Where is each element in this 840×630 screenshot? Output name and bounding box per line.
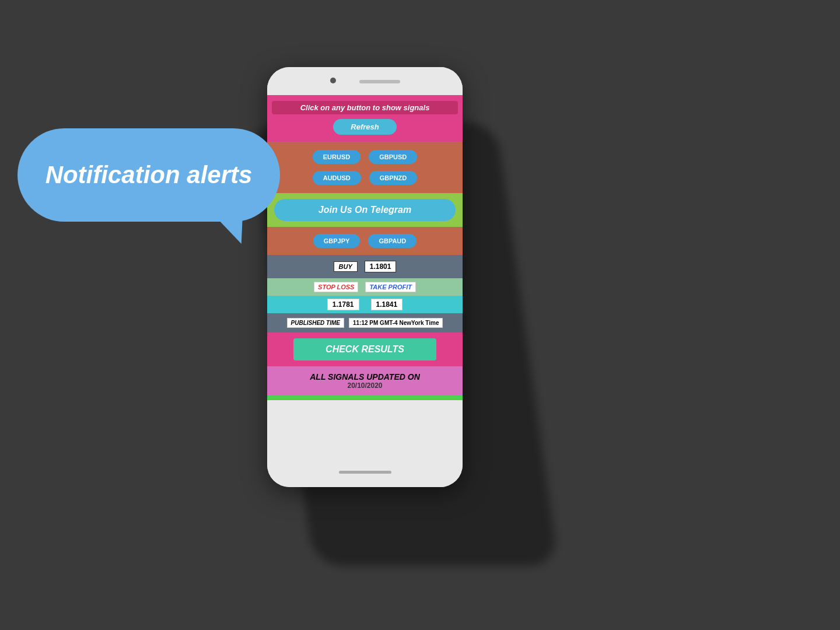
- buy-label: BUY: [334, 261, 358, 272]
- gbpnzd-button[interactable]: GBPNZD: [369, 171, 417, 185]
- stop-loss-label: STOP LOSS: [314, 282, 358, 292]
- phone-top-bar: [267, 67, 463, 95]
- tp-value: 1.1841: [371, 299, 403, 310]
- updated-section: ALL SIGNALS UPDATED ON 20/10/2020: [267, 366, 463, 396]
- phone-bottom-bar: [267, 457, 463, 487]
- take-profit-label: TAKE PROFIT: [365, 282, 416, 292]
- phone-frame: Click on any button to show signals Refr…: [267, 67, 463, 487]
- telegram-section: Join Us On Telegram: [267, 193, 463, 227]
- header-section: Click on any button to show signals Refr…: [267, 95, 463, 142]
- currency-pairs-bottom-section: GBPJPY GBPAUD: [267, 227, 463, 255]
- gbpaud-button[interactable]: GBPAUD: [368, 234, 416, 248]
- check-results-section: CHECK RESULTS: [267, 332, 463, 366]
- updated-title: ALL SIGNALS UPDATED ON: [310, 372, 420, 382]
- notification-bubble: Notification alerts: [18, 128, 280, 222]
- published-label: PUBLISHED TIME: [287, 318, 344, 328]
- instruction-text: Click on any button to show signals: [272, 101, 458, 114]
- published-section: PUBLISHED TIME 11:12 PM GMT-4 NewYork Ti…: [267, 313, 463, 332]
- currency-pairs-top-section: EURUSD GBPUSD AUDUSD GBPNZD: [267, 142, 463, 193]
- buy-value: 1.1801: [365, 261, 397, 272]
- pairs-row-1: EURUSD GBPUSD: [313, 150, 418, 164]
- updated-date: 20/10/2020: [347, 382, 382, 390]
- refresh-button[interactable]: Refresh: [333, 119, 396, 135]
- buy-signal-row: BUY 1.1801: [275, 261, 454, 272]
- sl-tp-section: STOP LOSS TAKE PROFIT: [267, 278, 463, 296]
- gbpusd-button[interactable]: GBPUSD: [369, 150, 417, 164]
- sl-value: 1.1781: [327, 299, 359, 310]
- notification-bubble-text: Notification alerts: [28, 161, 270, 189]
- phone-screen: Click on any button to show signals Refr…: [267, 95, 463, 457]
- gbpjpy-button[interactable]: GBPJPY: [313, 234, 360, 248]
- published-value: 11:12 PM GMT-4 NewYork Time: [349, 318, 443, 328]
- phone-camera: [330, 78, 336, 83]
- green-strip: [267, 396, 463, 400]
- pairs-row-2: AUDUSD GBPNZD: [313, 171, 418, 185]
- eurusd-button[interactable]: EURUSD: [313, 150, 360, 164]
- sl-tp-values-section: 1.1781 1.1841: [267, 296, 463, 313]
- telegram-button[interactable]: Join Us On Telegram: [274, 199, 456, 221]
- signal-section: BUY 1.1801: [267, 255, 463, 278]
- audusd-button[interactable]: AUDUSD: [313, 171, 361, 185]
- phone-speaker: [359, 80, 400, 83]
- home-bar: [339, 471, 391, 474]
- check-results-button[interactable]: CHECK RESULTS: [293, 338, 437, 360]
